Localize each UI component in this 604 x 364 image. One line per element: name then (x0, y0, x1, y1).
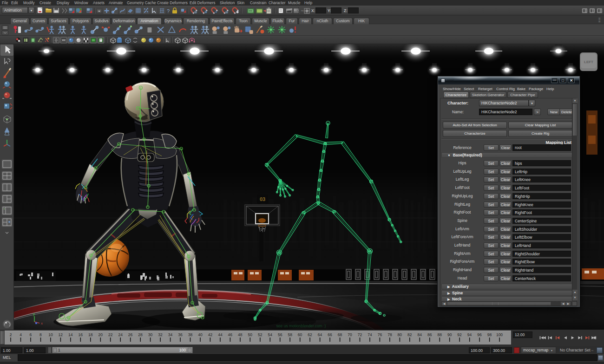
svg-text:66: 66 (328, 332, 332, 337)
svg-text:24: 24 (118, 332, 123, 337)
svg-text:10: 10 (48, 332, 53, 337)
svg-text:16: 16 (79, 332, 83, 337)
svg-text:80: 80 (398, 332, 402, 337)
svg-text:6: 6 (30, 332, 32, 337)
svg-text:52: 52 (258, 332, 263, 337)
svg-text:see us motionblender.com :): see us motionblender.com :) (276, 324, 326, 328)
svg-text:y: y (33, 312, 35, 316)
svg-text:100: 100 (496, 332, 503, 337)
svg-text:44: 44 (218, 332, 223, 337)
svg-text:56: 56 (278, 332, 282, 337)
svg-text:70: 70 (348, 332, 352, 337)
svg-text:x: x (41, 321, 43, 325)
svg-text:96: 96 (477, 332, 482, 337)
svg-text:64: 64 (318, 332, 322, 337)
svg-text:∼: ∼ (301, 8, 304, 13)
svg-text:84: 84 (418, 332, 422, 337)
svg-text:?: ? (167, 8, 170, 14)
svg-text:68: 68 (338, 332, 342, 337)
svg-text:92: 92 (457, 332, 462, 337)
svg-text:88: 88 (437, 332, 442, 337)
svg-text:62: 62 (308, 332, 312, 337)
svg-text:42: 42 (208, 332, 213, 337)
svg-text:58: 58 (288, 332, 292, 337)
svg-text:18: 18 (88, 332, 93, 337)
svg-text:98: 98 (487, 332, 492, 337)
svg-text:2: 2 (10, 332, 12, 337)
svg-text:38: 38 (188, 332, 193, 337)
svg-text:54: 54 (268, 332, 272, 337)
svg-text:40: 40 (198, 332, 203, 337)
svg-text:20: 20 (98, 332, 103, 337)
svg-text:28: 28 (138, 332, 143, 337)
svg-text:46: 46 (228, 332, 233, 337)
svg-text:50: 50 (248, 332, 253, 337)
svg-text:32: 32 (158, 332, 163, 337)
svg-text:26: 26 (128, 332, 133, 337)
svg-text:14: 14 (68, 332, 73, 337)
svg-text:60: 60 (298, 332, 302, 337)
svg-text:82: 82 (407, 332, 412, 337)
svg-text:34: 34 (168, 332, 173, 337)
svg-text:94: 94 (467, 332, 472, 337)
svg-text:72: 72 (358, 332, 362, 337)
svg-text:4: 4 (20, 332, 22, 337)
svg-text:22: 22 (108, 332, 113, 337)
svg-text:36: 36 (178, 332, 183, 337)
svg-text:76: 76 (378, 332, 382, 337)
svg-text:8: 8 (39, 332, 42, 337)
svg-text:12: 12 (59, 332, 63, 337)
svg-text:03: 03 (260, 196, 265, 202)
svg-text:86: 86 (427, 332, 432, 337)
svg-text:74: 74 (368, 332, 372, 337)
svg-text:LEFT: LEFT (584, 60, 593, 64)
svg-text:78: 78 (387, 332, 392, 337)
svg-text:90: 90 (447, 332, 452, 337)
svg-text:48: 48 (238, 332, 243, 337)
svg-text:30: 30 (148, 332, 153, 337)
